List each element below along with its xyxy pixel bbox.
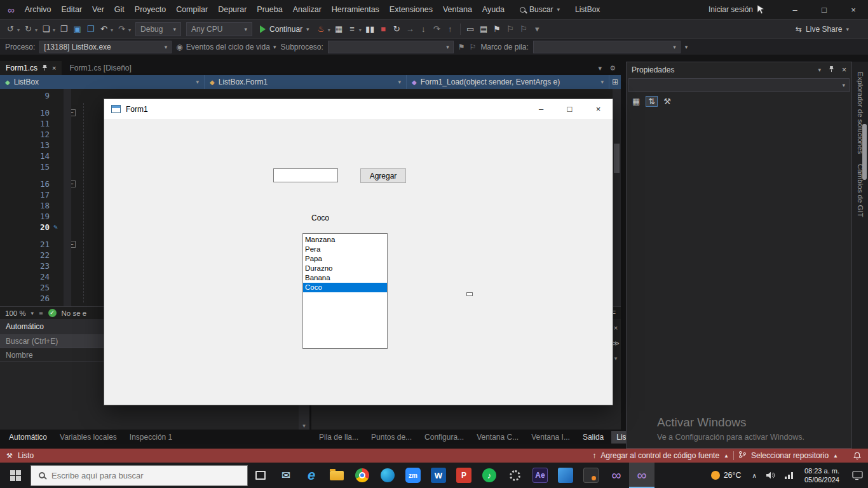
chevron-down-icon[interactable]: ▾ (818, 67, 821, 73)
step-over-icon[interactable]: ↷ (431, 22, 443, 36)
menu-item[interactable]: Prueba (252, 0, 287, 19)
agregar-button[interactable]: Agregar (360, 168, 406, 183)
watch-window-icon[interactable]: ▦ (333, 22, 345, 36)
lifecycle-events-button[interactable]: ◉ Eventos del ciclo de vida ▾ (176, 43, 276, 51)
splitter-icon[interactable]: ≡ (39, 309, 43, 317)
app-blue-icon[interactable] (553, 463, 578, 488)
live-share-button[interactable]: ⇆ Live Share ▾ (796, 25, 849, 34)
app-dark-icon[interactable] (578, 463, 604, 488)
gear-icon[interactable]: ⚙ (609, 64, 616, 72)
doc-outline-icon[interactable]: ▤ (478, 22, 490, 36)
menu-item[interactable]: Compilar (171, 0, 213, 19)
list-item[interactable]: Pera (303, 245, 387, 254)
properties-header[interactable]: Propiedades ▾ × (627, 62, 851, 78)
project-dropdown[interactable]: ◆ ListBox ▾ (0, 75, 205, 89)
visual-studio-icon[interactable]: ∞ (604, 463, 629, 488)
add-source-control-button[interactable]: Agregar al control de código fuente (600, 451, 719, 460)
stop-icon[interactable]: ■ (377, 22, 390, 36)
dock-tab[interactable]: Salida (578, 431, 609, 444)
menu-item[interactable]: Editar (56, 0, 87, 19)
list-item[interactable]: Coco (303, 283, 387, 292)
form-maximize-button[interactable]: □ (555, 99, 584, 119)
list-item[interactable]: Manzana (303, 235, 387, 245)
outline-icon[interactable]: ≡ (346, 22, 358, 36)
chevron-up-icon[interactable]: ▲ (724, 453, 729, 459)
chrome-icon[interactable] (349, 463, 375, 488)
object-select[interactable]: ▾ (628, 78, 850, 92)
chevron-down-icon[interactable]: ▾ (557, 6, 560, 13)
flag-outline-icon[interactable]: ⚐ (470, 43, 477, 51)
chevron-down-icon[interactable]: ▾ (328, 27, 330, 33)
scroll-down-icon[interactable]: ▾ (299, 423, 309, 429)
scrollbar-thumb[interactable] (614, 144, 620, 173)
start-button[interactable] (0, 463, 31, 488)
list-item[interactable]: Banana (303, 273, 387, 283)
menu-item[interactable]: Git (109, 0, 130, 19)
dock-tab[interactable]: Configura... (419, 431, 469, 444)
pause-icon[interactable]: ▮▮ (364, 22, 376, 36)
list-item[interactable]: Papa (303, 254, 387, 264)
weather-widget[interactable]: 26°C (705, 471, 748, 480)
nav-forward-icon[interactable]: ↻ (22, 22, 34, 36)
zoom-level[interactable]: 100 % (5, 309, 26, 317)
show-next-statement-icon[interactable]: → (404, 22, 416, 36)
list-item[interactable]: Durazno (303, 264, 387, 273)
visual-studio-active-icon[interactable]: ∞ (629, 463, 654, 488)
type-dropdown[interactable]: ◆ ListBox.Form1 ▾ (205, 75, 407, 89)
navbar-target-icon[interactable]: ⊞ (609, 75, 621, 89)
wrench-icon[interactable]: ⚒ (663, 97, 671, 106)
new-file-icon[interactable]: ❏ (40, 22, 52, 36)
word-icon[interactable]: W (426, 463, 451, 488)
continue-button[interactable]: Continuar ▾ (255, 25, 315, 34)
close-button[interactable]: × (839, 0, 868, 19)
bookmark-icon[interactable]: ⚑ (491, 22, 503, 36)
toolbar-overflow-icon[interactable]: ▾ (531, 22, 543, 36)
platform-select[interactable]: Any CPU ▾ (186, 22, 252, 36)
process-select[interactable]: [13188] ListBox.exe ▾ (39, 41, 172, 53)
flag-icon[interactable]: ⚑ (458, 43, 465, 51)
dock-tab[interactable]: Ventana C... (471, 431, 524, 444)
close-panel-icon[interactable]: × (842, 65, 846, 74)
taskbar-search[interactable] (31, 465, 248, 486)
titlebar-search[interactable]: Buscar ▾ (520, 5, 560, 14)
pin-icon[interactable] (829, 65, 834, 74)
edge-icon[interactable]: e (299, 463, 324, 488)
sign-in-link[interactable]: Iniciar sesión (709, 5, 753, 14)
tab-form1-cs[interactable]: Form1.cs × (0, 61, 62, 75)
chevron-down-icon[interactable]: ▾ (128, 27, 131, 33)
network-icon[interactable] (780, 471, 798, 480)
zoom-icon[interactable]: zm (400, 463, 426, 488)
nav-back-icon[interactable]: ↺ (4, 22, 17, 36)
save-all-icon[interactable]: ❒ (85, 22, 97, 36)
dock-tab[interactable]: Pila de lla... (314, 431, 363, 444)
pdf-icon[interactable]: P (451, 463, 477, 488)
maximize-button[interactable]: □ (810, 0, 839, 19)
action-center-icon[interactable] (846, 471, 868, 480)
restart-icon[interactable]: ↻ (391, 22, 403, 36)
taskbar-search-input[interactable] (51, 471, 210, 480)
menu-item[interactable]: Herramientas (327, 0, 384, 19)
code-map-icon[interactable]: ▭ (465, 22, 477, 36)
tab-form1-designer[interactable]: Form1.cs [Diseño] (62, 64, 139, 72)
open-file-icon[interactable]: ❐ (58, 22, 70, 36)
tray-overflow-icon[interactable]: ∧ (748, 472, 761, 479)
dock-tab[interactable]: Ventana I... (526, 431, 575, 444)
chevron-down-icon[interactable]: ▾ (599, 64, 602, 72)
dock-tab[interactable]: Variables locales (55, 431, 122, 444)
form1-window[interactable]: Form1 – □ × Agregar Coco ManzanaPeraPapa… (104, 99, 613, 405)
bookmark-next-icon[interactable]: ⚐ (518, 22, 530, 36)
step-out-icon[interactable]: ↑ (444, 22, 456, 36)
chevron-down-icon[interactable]: ▾ (53, 27, 55, 33)
select-repo-button[interactable]: Seleccionar repositorio (751, 451, 829, 460)
fruit-listbox[interactable]: ManzanaPeraPapaDuraznoBananaCoco (302, 233, 388, 349)
chevron-down-icon[interactable]: ▾ (31, 310, 34, 316)
menu-item[interactable]: Analizar (288, 0, 327, 19)
form-minimize-button[interactable]: – (527, 99, 555, 119)
after-effects-icon[interactable]: Ae (527, 463, 553, 488)
save-icon[interactable]: ▣ (71, 22, 83, 36)
form-close-button[interactable]: × (584, 99, 613, 119)
close-panel-icon[interactable]: × (614, 324, 618, 332)
chevron-down-icon[interactable]: ▾ (17, 27, 20, 33)
file-explorer-icon[interactable] (324, 463, 349, 488)
stack-frame-select[interactable]: ▾ (533, 41, 681, 53)
